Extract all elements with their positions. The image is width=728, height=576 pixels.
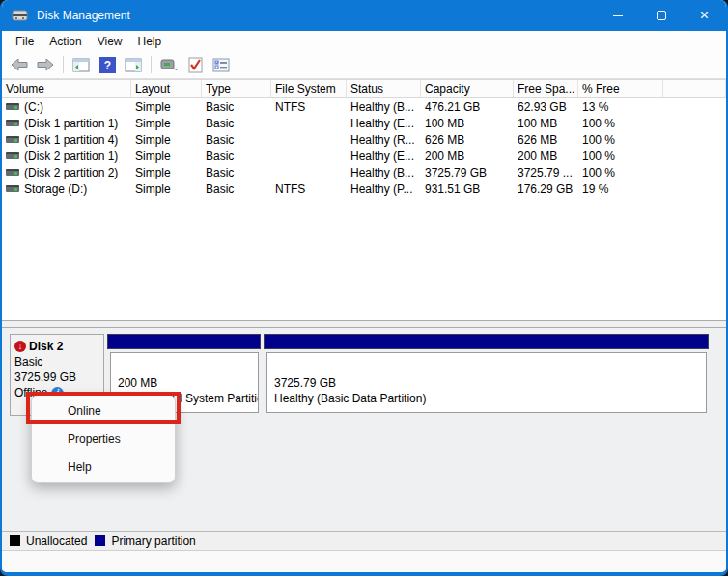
maximize-button[interactable] [639,0,683,31]
volume-layout: Simple [131,100,202,114]
primary-partition-band [264,334,709,349]
volume-pct-free: 100 % [578,150,663,163]
column-header-pct-free[interactable]: % Free [578,80,663,97]
check-document-icon [188,57,203,73]
console-tree-icon [72,58,90,72]
forward-arrow-icon [37,58,54,71]
volume-row-disk2-part2[interactable]: (Disk 2 partition 2) Simple Basic Health… [2,164,726,180]
volume-layout: Simple [131,133,202,147]
volume-name: (C:) [24,100,43,114]
volume-type: Basic [202,100,271,114]
status-bar [2,551,726,572]
column-header-layout[interactable]: Layout [131,80,202,97]
context-menu-item-online[interactable]: Online [32,398,175,425]
volume-row-disk1-part4[interactable]: (Disk 1 partition 4) Simple Basic Health… [2,131,726,148]
volume-capacity: 3725.79 GB [421,166,514,179]
toolbar-separator [63,56,64,73]
menu-file[interactable]: File [8,31,42,51]
volume-type: Basic [202,150,271,163]
volume-status: Healthy (E... [347,150,421,163]
column-header-free-space[interactable]: Free Spa... [514,80,578,97]
action-pane-button[interactable] [122,53,145,76]
volume-name: (Disk 2 partition 1) [24,150,118,163]
volume-row-disk1-part1[interactable]: (Disk 1 partition 1) Simple Basic Health… [2,115,726,131]
back-button[interactable] [8,53,31,76]
volume-free: 176.29 GB [514,182,578,196]
legend-label: Unallocated [26,535,87,548]
volume-list: Volume Layout Type File System Status Ca… [2,79,726,320]
context-menu-item-properties[interactable]: Properties [32,425,175,453]
minimize-button[interactable] [596,0,639,31]
volume-free: 3725.79 ... [514,166,578,179]
volume-type: Basic [202,117,271,130]
maximize-icon [657,11,666,20]
legend-item-primary-partition: Primary partition [95,535,195,548]
volume-icon [6,152,19,159]
partition-size: 200 MB [118,375,258,391]
volume-status: Healthy (B... [347,100,421,114]
close-button[interactable]: × [683,0,726,31]
context-menu-item-help[interactable]: Help [32,453,175,480]
volume-pct-free: 100 % [578,133,663,147]
volume-icon [6,103,19,110]
forward-button[interactable] [34,53,57,76]
volume-icon [6,185,19,192]
volume-free: 626 MB [514,133,578,147]
volume-name: (Disk 1 partition 4) [24,133,118,147]
volume-type: Basic [202,166,271,179]
volume-layout: Simple [131,182,202,196]
volume-free: 200 MB [514,150,578,163]
volume-list-header: Volume Layout Type File System Status Ca… [2,80,726,98]
menu-action[interactable]: Action [42,31,89,51]
volume-pct-free: 13 % [578,100,663,114]
volume-row-c[interactable]: (C:) Simple Basic NTFS Healthy (B... 476… [2,98,726,115]
column-header-file-system[interactable]: File System [271,80,347,97]
volume-free: 100 MB [514,117,578,130]
column-header-type[interactable]: Type [202,80,271,97]
volume-row-storage-d[interactable]: Storage (D:) Simple Basic NTFS Healthy (… [2,180,726,197]
check-document-button[interactable] [183,53,207,76]
column-header-capacity[interactable]: Capacity [421,80,514,97]
volume-capacity: 626 MB [421,133,514,147]
help-icon: ? [99,57,116,73]
menu-help[interactable]: Help [130,31,170,51]
volume-fs: NTFS [271,100,347,114]
window-title: Disk Management [37,9,130,22]
pane-splitter[interactable] [2,320,726,328]
context-menu: Online Properties Help [31,395,176,483]
partition-basic-data[interactable]: 3725.79 GB Healthy (Basic Data Partition… [264,334,709,416]
legend-label: Primary partition [111,535,195,548]
volume-layout: Simple [131,117,202,130]
volume-icon [6,120,19,126]
volume-layout: Simple [131,166,202,179]
properties-list-button[interactable] [210,53,233,76]
volume-free: 62.93 GB [514,100,578,114]
svg-text:?: ? [103,59,110,72]
volume-name: (Disk 2 partition 2) [24,166,118,179]
close-icon: × [700,8,709,23]
help-button[interactable]: ? [96,53,119,76]
legend-bar: Unallocated Primary partition [2,531,726,551]
volume-status: Healthy (R... [347,133,421,147]
console-tree-button[interactable] [70,53,93,76]
volume-status: Healthy (B... [347,166,421,179]
command-prompt-button[interactable] [157,53,181,76]
titlebar: Disk Management × [2,0,726,31]
volume-type: Basic [202,133,271,147]
volume-row-disk2-part1[interactable]: (Disk 2 partition 1) Simple Basic Health… [2,148,726,164]
volume-icon [6,169,19,176]
minimize-icon [613,15,623,16]
column-header-status[interactable]: Status [347,80,421,97]
action-pane-window-icon [125,58,142,72]
volume-capacity: 931.51 GB [421,182,514,196]
partition-status: Healthy (Basic Data Partition) [274,391,706,406]
toolbar: ? [2,51,726,79]
disk-name: Disk 2 [29,339,63,354]
menu-view[interactable]: View [90,31,130,51]
properties-list-icon [212,58,230,72]
volume-name: Storage (D:) [24,182,87,196]
column-header-volume[interactable]: Volume [2,80,131,97]
volume-layout: Simple [131,150,202,163]
volume-pct-free: 19 % [578,182,663,196]
volume-status: Healthy (E... [347,117,421,130]
